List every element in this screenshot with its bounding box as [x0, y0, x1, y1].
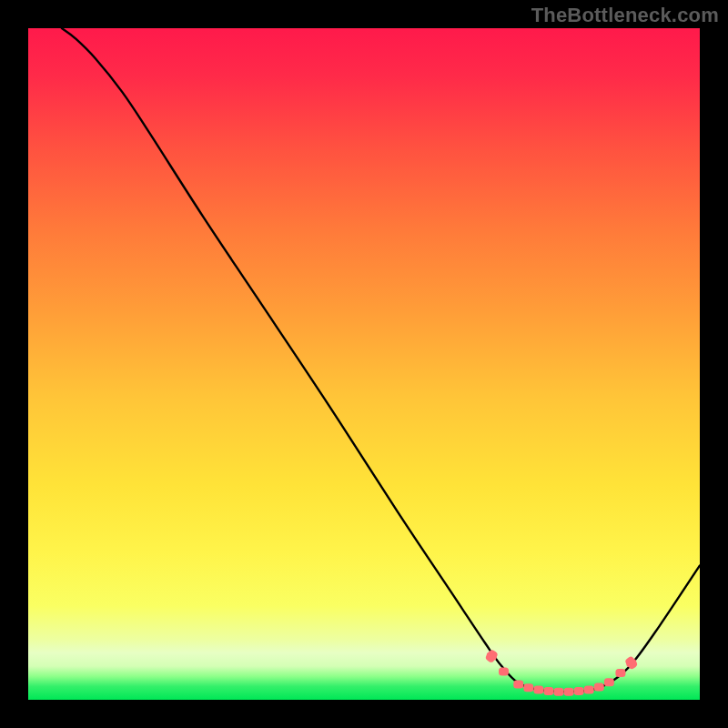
- chart-frame: TheBottleneck.com: [0, 0, 728, 728]
- optimal-marker-dot: [499, 668, 509, 676]
- optimal-marker-dot: [523, 683, 533, 692]
- optimal-marker-dot: [574, 687, 584, 695]
- optimal-marker-dot: [584, 685, 594, 693]
- optimal-marker-dot: [533, 685, 543, 693]
- plot-area: [28, 28, 700, 700]
- optimal-marker-dot: [543, 687, 553, 695]
- optimal-marker-dot: [564, 688, 574, 696]
- chart-canvas: [28, 28, 700, 700]
- optimal-marker-dot: [604, 678, 614, 686]
- optimal-marker-dot: [513, 681, 523, 689]
- optimal-marker-dot: [554, 688, 564, 696]
- gradient-background: [28, 28, 700, 700]
- watermark-text: TheBottleneck.com: [531, 4, 719, 27]
- optimal-marker-dot: [615, 669, 625, 677]
- optimal-marker-dot: [594, 682, 604, 691]
